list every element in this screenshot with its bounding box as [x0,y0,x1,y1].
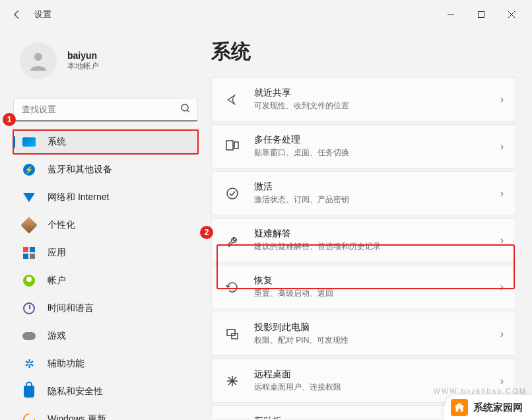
display-icon [22,135,36,149]
remote-icon [224,372,241,390]
window-title: 设置 [34,9,51,20]
search-icon[interactable] [181,104,190,116]
nav-label: 时间和语言 [48,302,94,314]
avatar [20,42,57,79]
card-activation[interactable]: 激活激活状态、订阅、产品密钥 › [211,171,516,215]
page-title: 系统 [211,38,516,65]
shield-icon [22,385,36,398]
card-title: 激活 [254,181,500,193]
svg-rect-6 [234,142,238,149]
chevron-right-icon: › [500,234,504,246]
accessibility-icon: ✲ [22,357,36,370]
check-circle-icon [224,185,241,202]
nav-label: 应用 [48,247,66,259]
nav-label: 帐户 [48,275,66,287]
brush-icon [22,219,36,232]
card-subtitle: 重置、高级启动、返回 [254,288,500,299]
nav-accessibility[interactable]: ✲辅助功能 [13,351,198,376]
content-area: 系统 就近共享可发现性、收到文件的位置 › 多任务处理贴靠窗口、桌面、任务切换 … [205,29,532,419]
svg-rect-5 [226,141,233,150]
watermark-text: 系统家园网 [473,402,523,414]
chevron-right-icon: › [500,188,504,199]
chevron-right-icon: › [500,375,504,387]
card-recovery[interactable]: 恢复重置、高级启动、返回 › [211,265,516,309]
person-icon [22,274,36,287]
nav-update[interactable]: Windows 更新 [13,407,198,420]
sync-icon [22,413,36,420]
card-subtitle: 可发现性、收到文件的位置 [254,100,500,112]
wifi-icon [22,191,36,204]
close-button[interactable] [496,4,527,25]
minimize-button[interactable] [436,4,466,25]
clock-icon [22,302,36,315]
annotation-badge-2: 2 [200,226,213,239]
search-wrap [13,98,198,122]
nav-label: 蓝牙和其他设备 [48,164,112,176]
project-icon [224,326,241,343]
settings-cards: 就近共享可发现性、收到文件的位置 › 多任务处理贴靠窗口、桌面、任务切换 › 激… [211,77,516,419]
card-troubleshoot[interactable]: 疑难解答建议的疑难解答、首选项和历史记录 › [211,218,516,262]
card-subtitle: 建议的疑难解答、首选项和历史记录 [254,241,500,252]
svg-point-7 [227,188,238,199]
share-icon [224,91,241,108]
windows-icon [224,138,241,155]
search-input[interactable] [13,98,198,122]
nav-label: 辅助功能 [48,358,84,370]
nav-apps[interactable]: 应用 [13,240,198,265]
bluetooth-icon: ⚡ [22,163,36,176]
card-multitasking[interactable]: 多任务处理贴靠窗口、桌面、任务切换 › [211,124,516,168]
nav-list: 系统 ⚡蓝牙和其他设备 网络和 Internet 个性化 应用 帐户 时间和语言… [13,129,198,420]
maximize-button[interactable] [466,4,496,25]
chevron-right-icon: › [500,328,504,340]
svg-rect-8 [227,330,235,335]
svg-point-3 [182,104,188,111]
svg-line-4 [187,110,189,112]
nav-privacy[interactable]: 隐私和安全性 [13,379,198,404]
main-layout: baiyun 本地帐户 系统 ⚡蓝牙和其他设备 网络和 Internet 个性化… [0,29,532,420]
account-name: baiyun [67,50,99,61]
annotation-badge-1: 1 [3,113,16,126]
card-title: 多任务处理 [254,134,500,146]
svg-rect-1 [479,12,484,18]
nav-label: 个性化 [48,219,75,231]
chevron-right-icon: › [500,141,504,153]
nav-label: 游戏 [48,330,66,342]
card-title: 投影到此电脑 [254,322,500,333]
watermark: 系统家园网 [444,395,532,420]
titlebar: 设置 [0,0,532,29]
card-nearby-sharing[interactable]: 就近共享可发现性、收到文件的位置 › [211,77,516,122]
nav-gaming[interactable]: 游戏 [13,324,198,349]
card-title: 恢复 [254,275,500,287]
chevron-right-icon: › [500,281,504,293]
card-subtitle: 贴靠窗口、桌面、任务切换 [254,147,500,158]
card-subtitle: 权限、配对 PIN、可发现性 [254,335,500,346]
chevron-right-icon: › [500,94,504,106]
house-icon [451,399,468,416]
svg-point-2 [34,53,42,61]
card-projecting[interactable]: 投影到此电脑权限、配对 PIN、可发现性 › [211,312,516,356]
nav-personalization[interactable]: 个性化 [13,213,198,238]
window-controls [436,4,527,25]
card-title: 远程桌面 [254,368,500,380]
card-subtitle: 激活状态、订阅、产品密钥 [254,194,500,205]
gamepad-icon [22,330,36,343]
nav-bluetooth[interactable]: ⚡蓝牙和其他设备 [13,157,198,182]
nav-label: Windows 更新 [48,413,106,420]
wrench-icon [224,232,241,249]
sidebar: baiyun 本地帐户 系统 ⚡蓝牙和其他设备 网络和 Internet 个性化… [13,29,205,420]
card-title: 疑难解答 [254,228,500,240]
nav-time[interactable]: 时间和语言 [13,296,198,321]
nav-accounts[interactable]: 帐户 [13,268,198,293]
back-button[interactable] [5,3,29,26]
account-text: baiyun 本地帐户 [67,50,99,72]
grid-icon [22,246,36,260]
card-title: 就近共享 [254,87,500,99]
nav-label: 隐私和安全性 [48,386,103,398]
nav-system[interactable]: 系统 [13,129,198,155]
account-block[interactable]: baiyun 本地帐户 [13,29,198,92]
account-type: 本地帐户 [67,61,99,72]
nav-network[interactable]: 网络和 Internet [13,185,198,210]
history-icon [224,279,241,296]
nav-label: 系统 [48,136,66,148]
user-icon [26,49,50,73]
